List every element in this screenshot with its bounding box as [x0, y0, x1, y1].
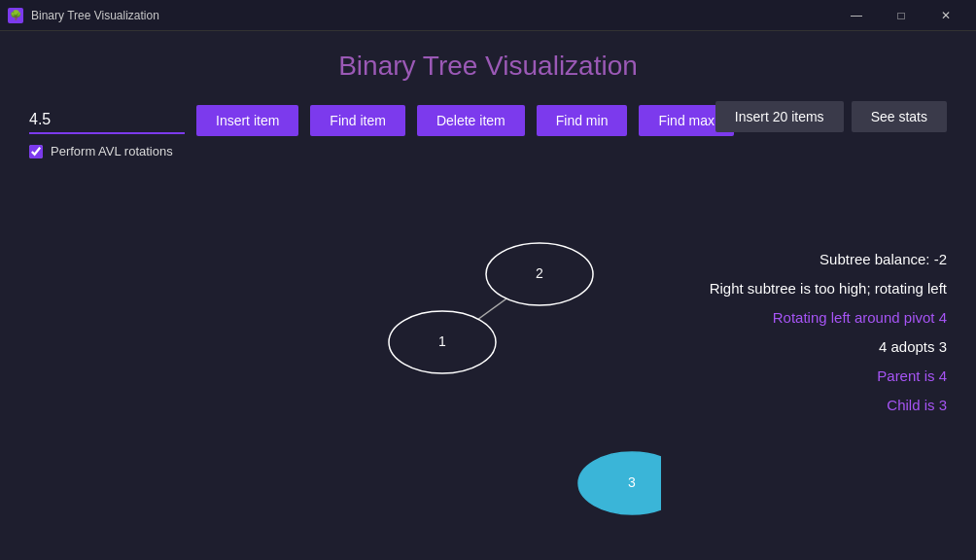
right-controls: Insert 20 items See stats [715, 101, 947, 132]
see-stats-button[interactable]: See stats [852, 101, 947, 132]
node-3-label: 3 [628, 474, 636, 490]
minimize-button[interactable]: — [834, 0, 879, 31]
app-title: Binary Tree Visualization [29, 51, 947, 82]
parent-is-text: Parent is 4 [710, 362, 947, 391]
tree-area: 2 1 4 3 4.5 [29, 216, 632, 560]
app-icon: 🌳 [8, 8, 23, 23]
rotating-text: Rotating left around pivot 4 [710, 303, 947, 332]
right-subtree-text: Right subtree is too high; rotating left [710, 274, 947, 303]
node-3[interactable] [578, 452, 661, 514]
value-input[interactable] [29, 107, 185, 134]
title-bar-controls: — □ ✕ [834, 0, 968, 31]
tree-svg: 2 1 4 3 4.5 [29, 216, 661, 560]
node-1-label: 1 [438, 333, 446, 349]
avl-checkbox[interactable] [29, 145, 43, 158]
find-min-button[interactable]: Find min [537, 105, 628, 136]
adopts-text: 4 adopts 3 [710, 332, 947, 362]
main-content: Binary Tree Visualization Insert item Fi… [0, 31, 976, 197]
maximize-button[interactable]: □ [879, 0, 924, 31]
avl-checkbox-label: Perform AVL rotations [51, 144, 173, 158]
find-button[interactable]: Find item [310, 105, 405, 136]
insert-button[interactable]: Insert item [196, 105, 298, 136]
title-bar: 🌳 Binary Tree Visualization — □ ✕ [0, 0, 976, 31]
node-2-label: 2 [536, 265, 543, 281]
close-button[interactable]: ✕ [924, 0, 968, 31]
subtree-balance-text: Subtree balance: -2 [710, 245, 947, 274]
delete-button[interactable]: Delete item [417, 105, 525, 136]
title-bar-left: 🌳 Binary Tree Visualization [8, 8, 159, 23]
checkbox-row: Perform AVL rotations [29, 144, 947, 158]
info-panel: Subtree balance: -2 Right subtree is too… [710, 245, 947, 420]
title-bar-title: Binary Tree Visualization [31, 9, 159, 22]
insert-20-button[interactable]: Insert 20 items [715, 101, 844, 132]
child-is-text: Child is 3 [710, 391, 947, 420]
